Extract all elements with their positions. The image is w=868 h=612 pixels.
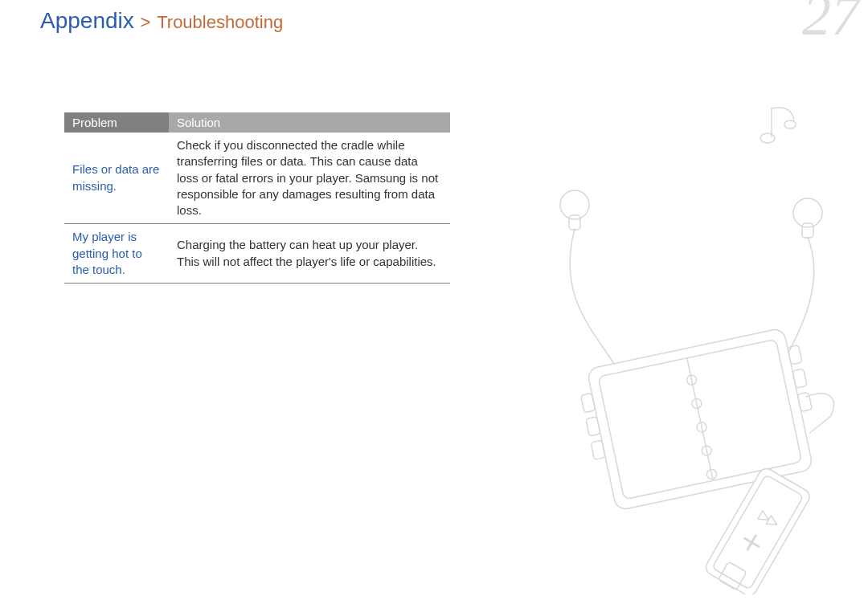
svg-rect-3: [569, 215, 580, 230]
solution-cell: Charging the battery can heat up your pl…: [169, 224, 450, 284]
troubleshooting-table: Problem Solution Files or data are missi…: [64, 112, 450, 284]
header-subsection: Troubleshooting: [157, 12, 283, 32]
problem-cell: My player is getting hot to the touch.: [64, 224, 169, 284]
header-section: Appendix: [40, 8, 134, 33]
problem-cell: Files or data are missing.: [64, 133, 169, 224]
page-header: Appendix > Troubleshooting: [40, 8, 283, 34]
table-row: Files or data are missing. Check if you …: [64, 133, 450, 224]
column-header-problem: Problem: [64, 112, 169, 133]
page-number: 27: [802, 0, 860, 49]
column-header-solution: Solution: [169, 112, 450, 133]
svg-rect-5: [802, 223, 813, 238]
table-row: My player is getting hot to the touch. C…: [64, 224, 450, 284]
product-illustration: [490, 96, 860, 594]
header-separator: >: [141, 12, 151, 32]
earphones-player-icon: [490, 96, 860, 594]
svg-point-1: [784, 120, 796, 129]
svg-point-0: [760, 133, 775, 143]
solution-cell: Check if you disconnected the cradle whi…: [169, 133, 450, 224]
